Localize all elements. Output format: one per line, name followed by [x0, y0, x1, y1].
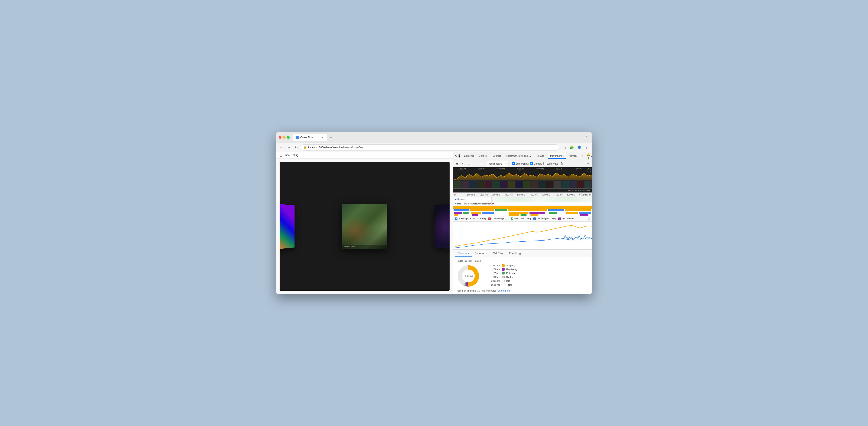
tab-performance-insights[interactable]: Performance insights ▲ — [504, 153, 534, 159]
close-button[interactable] — [279, 136, 281, 139]
heap-value: 12.8 MB – 17.8 MB — [574, 190, 590, 192]
bottom-panel: Summary Bottom-Up Call Tree Event Log Ra… — [453, 249, 592, 294]
call-tree-tab[interactable]: Call Tree — [490, 251, 506, 257]
webvitals-checkbox[interactable] — [544, 162, 546, 165]
forward-button[interactable]: → — [286, 145, 292, 150]
nodes-checkbox[interactable] — [511, 218, 513, 220]
album-card-left[interactable] — [280, 202, 294, 250]
toolbar-separator2 — [510, 162, 510, 166]
thumb-11 — [531, 181, 538, 188]
minimize-button[interactable] — [283, 136, 285, 139]
memory-graph[interactable] — [453, 222, 592, 249]
tab-sources[interactable]: Sources — [490, 153, 504, 159]
upload-btn[interactable]: ⬆ — [473, 161, 477, 166]
lock-icon: 🔒 — [304, 146, 307, 149]
notifications-btn[interactable]: 🔔 1 — [587, 154, 590, 159]
screenshots-checkbox[interactable] — [512, 162, 515, 165]
svg-rect-12 — [509, 212, 528, 214]
gpu-memory-checkbox[interactable] — [558, 218, 561, 220]
ruler2-5000: 5000 ms — [567, 194, 575, 196]
thumbnails-row — [453, 180, 592, 189]
new-tab-button[interactable]: + — [328, 135, 334, 140]
documents-checkbox[interactable] — [488, 218, 491, 220]
event-log-tab[interactable]: Event Log — [506, 251, 524, 257]
perf-settings-btn[interactable]: ⚙ — [585, 161, 590, 166]
learn-more-link[interactable]: Learn more — [498, 289, 510, 292]
frames-label[interactable]: ▶ Frames — [453, 197, 492, 202]
devtools-tabs: Elements Console Sources Performance ins… — [462, 153, 586, 159]
thumb-2 — [462, 181, 469, 188]
bookmark-button[interactable]: ☆ — [562, 144, 567, 150]
maximize-button[interactable] — [287, 136, 290, 139]
bottom-up-tab[interactable]: Bottom-Up — [472, 251, 490, 257]
thumb-10 — [523, 181, 530, 188]
main-track-header: ▼ Main — http://localhost:3000/demo/view… — [453, 202, 592, 206]
show-debug-checkbox[interactable] — [280, 154, 282, 157]
summary-tab[interactable]: Summary — [455, 251, 472, 257]
timer-btn[interactable]: ⏱ — [467, 161, 471, 166]
rendering-ms: 158 ms — [489, 268, 500, 271]
devtools-select-btn[interactable]: ↖ — [455, 154, 457, 159]
reload-btn[interactable]: ↻ — [461, 161, 466, 166]
js-heap-checkbox[interactable] — [455, 218, 458, 220]
scripting-ms: 2832 ms — [489, 264, 500, 267]
album-text: DAB RECORDS — [344, 246, 385, 248]
total-ms: 5568 ms — [489, 283, 500, 286]
svg-rect-4 — [495, 209, 507, 211]
cpu-waveform — [453, 171, 592, 180]
tab-console[interactable]: Console — [476, 153, 490, 159]
svg-rect-2 — [454, 209, 469, 211]
devtools-device-btn[interactable]: 📱 — [458, 154, 461, 159]
idle-ms: 2411 ms — [489, 280, 500, 282]
refresh-button[interactable]: ↻ — [294, 144, 299, 150]
clear-btn[interactable]: 🗑 — [559, 161, 564, 166]
svg-rect-10 — [471, 212, 481, 214]
ruler2-2000: 2000 ms — [492, 194, 500, 196]
memory-graph-svg — [453, 222, 592, 249]
album-card-right[interactable] — [434, 202, 450, 250]
album-card-center[interactable]: DAB RECORDS — [342, 204, 387, 249]
address-bar[interactable]: 🔒 localhost:3000/demo/view-timeline-css/… — [301, 144, 559, 150]
window-collapse-button[interactable]: ⌃ — [584, 135, 589, 140]
show-debug-label[interactable]: Show Debug — [280, 154, 298, 157]
painting-dot — [502, 272, 504, 275]
back-button[interactable]: ← — [278, 145, 284, 150]
main-label[interactable]: ▼ Main — http://localhost:3000/demo/view… — [453, 202, 492, 205]
svg-rect-6 — [548, 209, 564, 211]
legend-idle: 2411 ms Idle — [489, 280, 588, 282]
svg-marker-0 — [453, 173, 592, 180]
memory-checkbox[interactable] — [530, 162, 533, 165]
profile-button[interactable]: 👤 — [576, 144, 583, 150]
profile-select[interactable]: localhost #1 — [487, 161, 508, 166]
scripting-label: Scripting — [506, 264, 516, 267]
browser-tab[interactable]: C Cover Flow ✕ — [293, 134, 327, 141]
ruler2-3500: 3500 ms — [529, 194, 537, 196]
tab-close-button[interactable]: ✕ — [321, 136, 324, 139]
memory-bar: HEAP 12.8 MB – 17.8 MB — [453, 189, 592, 193]
listeners-checkbox[interactable] — [533, 218, 536, 220]
tab-memory[interactable]: Memory — [566, 153, 580, 159]
tab-more[interactable]: » — [580, 153, 586, 159]
flame-chart[interactable] — [453, 206, 592, 216]
timeline-overview[interactable]: 1000 ms 2000 ms 3000 ms 4000 ms 5000 ms … — [453, 167, 592, 180]
settings-btn[interactable]: ⚙ — [591, 154, 592, 159]
svg-rect-17 — [454, 214, 458, 216]
bottom-content: Range: 384 ms – 5.95 s — [453, 257, 592, 294]
tab-elements[interactable]: Elements — [462, 153, 476, 159]
svg-rect-18 — [472, 214, 478, 216]
svg-rect-22 — [580, 214, 588, 216]
thumb-8 — [508, 181, 515, 188]
timeline-ruler2: ms 1000 ms 1500 ms 2000 ms 2500 ms 3000 … — [453, 193, 592, 197]
extensions-button[interactable]: 🧩 — [568, 144, 575, 150]
main-arrow: ▼ — [455, 203, 457, 205]
svg-rect-15 — [566, 212, 578, 214]
record-btn[interactable]: ⏺ — [455, 161, 460, 166]
frames-text: Frames — [458, 198, 465, 201]
album-label: DAB RECORDS — [342, 245, 387, 249]
download-btn[interactable]: ⬇ — [479, 161, 484, 166]
svg-rect-8 — [454, 212, 462, 214]
tab-network[interactable]: Network — [534, 153, 548, 159]
screenshots-label: Screenshots — [516, 163, 529, 165]
tab-performance[interactable]: Performance — [548, 153, 566, 159]
menu-button[interactable]: ⋮ — [584, 144, 590, 150]
